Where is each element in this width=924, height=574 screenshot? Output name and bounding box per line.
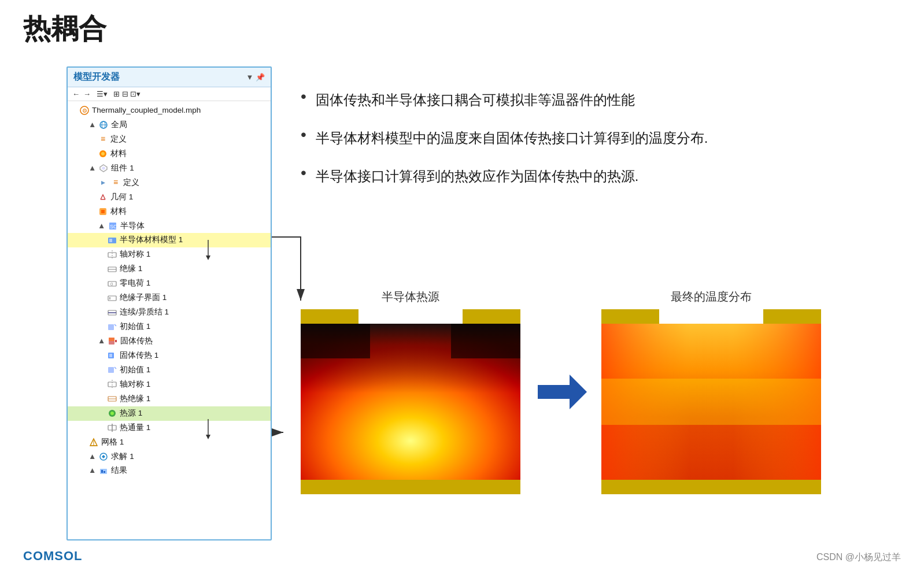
bullet-item-3: • 半导体接口计算得到的热效应作为固体传热中的热源.: [301, 166, 890, 187]
semi-model-icon: [107, 235, 117, 246]
bullet-item-2: • 半导体材料模型中的温度来自固体传热接口计算得到的温度分布.: [301, 128, 890, 149]
svg-point-40: [110, 412, 114, 415]
tree-comp1[interactable]: ▲ 组件 1: [68, 161, 271, 176]
heat-source1-label: 热源 1: [120, 407, 142, 420]
svg-rect-33: [108, 367, 114, 373]
forward-icon[interactable]: →: [83, 90, 91, 98]
bullet-text-3: 半导体接口计算得到的热效应作为固体传热中的热源.: [316, 166, 639, 187]
bullet-text-1: 固体传热和半导体接口耦合可模拟非等温器件的性能: [316, 90, 635, 110]
semi-icon: SC: [108, 221, 118, 231]
bullets-section: • 固体传热和半导体接口耦合可模拟非等温器件的性能 • 半导体材料模型中的温度来…: [301, 90, 890, 204]
model-panel-toolbar: ← → ☰▾ ⊞ ⊟ ⊡▾: [68, 87, 271, 101]
tree-axis-sym1[interactable]: 轴对称 1: [68, 247, 271, 262]
solid-heat-label: 固体传热: [120, 335, 153, 348]
heat-src-icon: [107, 408, 117, 419]
arrow-svg: [532, 369, 590, 415]
model-panel: 模型开发器 ▼ 📌 ← → ☰▾ ⊞ ⊟ ⊡▾ ⚙ Thermally_coup…: [66, 66, 272, 540]
grid-icon[interactable]: ⊞ ⊟ ⊡▾: [113, 90, 141, 98]
tree-continuous1[interactable]: 连续/异质结 1: [68, 305, 271, 320]
tree-initial-val1[interactable]: 初始值 1: [68, 363, 271, 377]
tree-axis-sym2[interactable]: 轴对称 1: [68, 377, 271, 392]
svg-rect-11: [101, 210, 105, 213]
svg-line-27: [114, 324, 116, 326]
svg-rect-22: [108, 296, 116, 301]
define2-icon: ≡: [110, 177, 121, 188]
initial-val1-label: 初始值 1: [120, 364, 150, 377]
tree-solid-heat1[interactable]: 固体传热 1: [68, 349, 271, 363]
page-title: 热耦合: [23, 10, 106, 47]
back-icon[interactable]: ←: [72, 90, 80, 98]
left-diagram: 半导体热源: [301, 289, 520, 494]
right-diagram: 最终的温度分布: [601, 289, 821, 494]
svg-rect-49: [104, 471, 105, 473]
tree-thermal-insulate1[interactable]: 热绝缘 1: [68, 392, 271, 406]
svg-rect-62: [601, 480, 821, 494]
tree-geo1[interactable]: 几何 1: [68, 190, 271, 205]
comp-icon: [98, 163, 109, 173]
material-icon: [98, 149, 108, 159]
comp-material-icon: [98, 206, 108, 217]
geo-icon: [98, 192, 108, 202]
left-diagram-label: 半导体热源: [382, 289, 439, 305]
diagrams-section: 半导体热源: [301, 289, 908, 494]
heat-f-icon: [107, 423, 117, 433]
global-label: 全局: [111, 118, 127, 132]
pin-icon[interactable]: ▼ 📌: [246, 73, 265, 82]
comsol-logo: COMSOL: [23, 549, 83, 564]
tree-results[interactable]: ▲ 结果: [68, 464, 271, 478]
tree-solve1[interactable]: ▲ 求解 1: [68, 450, 271, 464]
tree-comp-define[interactable]: ▸ ≡ 定义: [68, 176, 271, 190]
svg-rect-15: [109, 239, 112, 242]
axis2-icon: [107, 379, 117, 390]
mesh1-label: 网格 1: [101, 436, 124, 449]
model-panel-header: 模型开发器 ▼ 📌: [68, 68, 271, 87]
tree-insulate1[interactable]: 绝缘 1: [68, 262, 271, 276]
svg-rect-67: [601, 379, 821, 425]
tree-root[interactable]: ⚙ Thermally_coupled_model.mph: [68, 103, 271, 118]
model-tree: ⚙ Thermally_coupled_model.mph ▲ 全局 ≡ 定义 …: [68, 101, 271, 480]
semiconductor-label: 半导体: [120, 220, 145, 233]
bullet-dot-1: •: [301, 87, 306, 106]
tree-mesh1[interactable]: 网格 1: [68, 435, 271, 450]
tree-comp-material[interactable]: 材料: [68, 205, 271, 219]
tree-semiconductor[interactable]: ▲ SC 半导体: [68, 219, 271, 234]
solid-heat1-label: 固体传热 1: [120, 349, 158, 362]
semi-model-label: 半导体材料模型 1: [120, 234, 183, 247]
menu-icon[interactable]: ☰▾: [97, 90, 108, 98]
results-label: 结果: [111, 464, 127, 477]
svg-rect-48: [101, 470, 103, 473]
mesh-icon: [88, 437, 99, 447]
svg-rect-55: [301, 309, 358, 324]
comp-define-label: 定义: [123, 176, 139, 190]
svg-rect-60: [451, 324, 520, 358]
tree-define[interactable]: ≡ 定义: [68, 132, 271, 147]
tree-semi-model[interactable]: 半导体材料模型 1: [68, 233, 271, 247]
globe-icon: [98, 120, 109, 130]
root-icon: ⚙: [79, 105, 90, 116]
continuous-icon: [107, 308, 117, 318]
svg-rect-29: [109, 338, 114, 341]
tree-insulate-boundary1[interactable]: 绝缘子界面 1: [68, 291, 271, 305]
solve1-label: 求解 1: [111, 450, 134, 464]
tree-zero-charge1[interactable]: 0 零电荷 1: [68, 276, 271, 291]
tree-global[interactable]: ▲ 全局: [68, 118, 271, 132]
right-diagram-label: 最终的温度分布: [671, 289, 752, 305]
comp1-label: 组件 1: [111, 162, 134, 175]
tree-initial1[interactable]: 初始值 1: [68, 320, 271, 334]
axis-sym2-label: 轴对称 1: [120, 378, 150, 391]
results-icon: [98, 466, 109, 476]
solid-heat-icon: [108, 336, 118, 346]
svg-rect-54: [301, 480, 520, 494]
bullet-dot-2: •: [301, 125, 306, 144]
bullet-item-1: • 固体传热和半导体接口耦合可模拟非等温器件的性能: [301, 90, 890, 110]
bullet-text-2: 半导体材料模型中的温度来自固体传热接口计算得到的温度分布.: [316, 128, 708, 149]
axis-sym1-label: 轴对称 1: [120, 248, 150, 261]
tree-solid-heat[interactable]: ▲ 固体传热: [68, 334, 271, 349]
tree-heat-flux1[interactable]: 热通量 1: [68, 421, 271, 435]
zero-icon: 0: [107, 279, 117, 289]
zero-charge1-label: 零电荷 1: [120, 277, 150, 290]
axis-icon: [107, 250, 117, 260]
tree-material[interactable]: 材料: [68, 147, 271, 161]
tree-heat-source1[interactable]: 热源 1: [68, 406, 271, 421]
geo1-label: 几何 1: [110, 191, 133, 204]
